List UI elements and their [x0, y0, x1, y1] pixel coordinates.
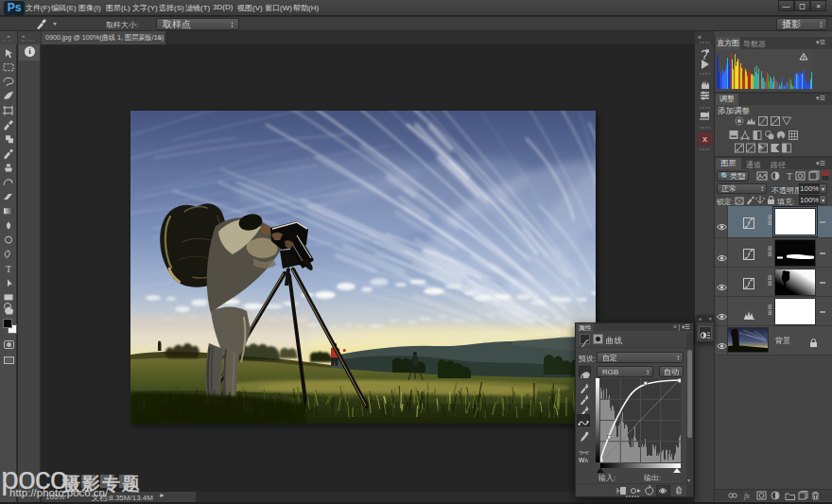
svg-text:fx: fx [744, 492, 750, 500]
svg-text:T: T [6, 264, 11, 274]
svg-text:T: T [787, 171, 792, 182]
